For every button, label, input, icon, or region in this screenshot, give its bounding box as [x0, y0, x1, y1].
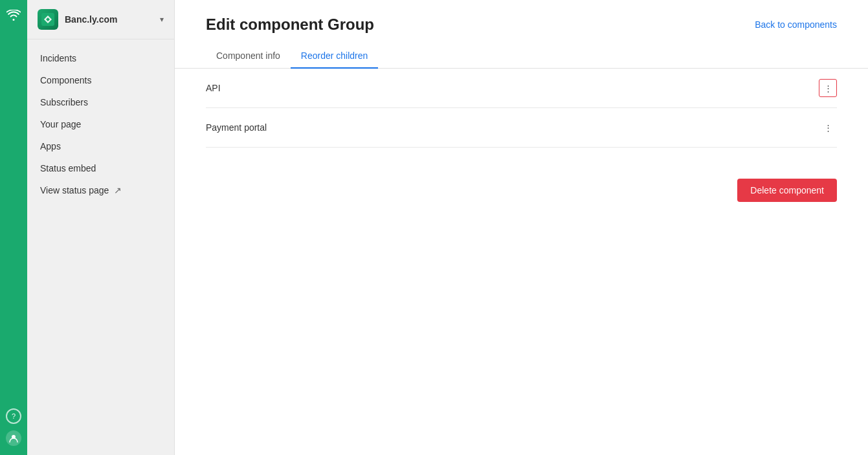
sidebar-item-label: Apps	[40, 141, 61, 151]
external-link-icon: ↗	[114, 185, 122, 195]
component-row-payment-portal: Payment portal ⋮	[206, 108, 837, 148]
drag-handle-api[interactable]: ⋮	[819, 79, 837, 97]
sidebar-item-your-page[interactable]: Your page	[27, 113, 174, 135]
org-logo	[38, 9, 58, 30]
component-row-api: API ⋮	[206, 69, 837, 108]
tab-bar: Component info Reorder children	[175, 44, 868, 69]
sidebar-item-label: Your page	[40, 119, 81, 129]
back-to-components-link[interactable]: Back to components	[755, 19, 837, 30]
component-name-api: API	[206, 83, 221, 93]
sidebar-item-view-status-page[interactable]: View status page ↗	[27, 179, 174, 201]
tab-component-info[interactable]: Component info	[206, 44, 291, 69]
sidebar-item-label: Subscribers	[40, 97, 88, 107]
content-area: API ⋮ Payment portal ⋮ Delete component	[175, 69, 868, 455]
wifi-icon	[5, 6, 23, 25]
sidebar-item-label: Status embed	[40, 163, 96, 173]
user-avatar-icon[interactable]	[6, 430, 21, 446]
sidebar-item-label: Components	[40, 75, 91, 85]
sidebar-item-label: Incidents	[40, 53, 76, 63]
drag-handle-payment-portal[interactable]: ⋮	[819, 118, 837, 137]
sidebar-item-status-embed[interactable]: Status embed	[27, 157, 174, 179]
green-bar: ?	[0, 0, 27, 455]
sidebar-item-apps[interactable]: Apps	[27, 135, 174, 157]
sidebar-item-subscribers[interactable]: Subscribers	[27, 91, 174, 113]
sidebar-item-incidents[interactable]: Incidents	[27, 47, 174, 69]
chevron-down-icon: ▾	[160, 15, 164, 24]
component-name-payment-portal: Payment portal	[206, 122, 267, 133]
help-icon[interactable]: ?	[6, 408, 21, 424]
page-title: Edit component Group	[206, 16, 374, 34]
sidebar-nav: Incidents Components Subscribers Your pa…	[27, 39, 174, 209]
main-content: Edit component Group Back to components …	[175, 0, 868, 455]
org-name: Banc.ly.com	[65, 14, 153, 25]
delete-component-button[interactable]: Delete component	[737, 179, 837, 202]
sidebar-item-components[interactable]: Components	[27, 69, 174, 91]
org-selector[interactable]: Banc.ly.com ▾	[27, 0, 174, 39]
sidebar-item-label: View status page	[40, 185, 109, 195]
page-header: Edit component Group Back to components	[175, 0, 868, 34]
tab-reorder-children[interactable]: Reorder children	[291, 44, 379, 69]
sidebar: Banc.ly.com ▾ Incidents Components Subsc…	[27, 0, 175, 455]
